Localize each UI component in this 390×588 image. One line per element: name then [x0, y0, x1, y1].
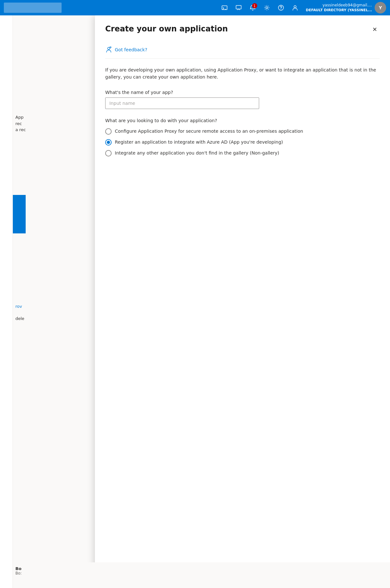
footer-background: Bo Bo: — [13, 562, 390, 588]
sidebar — [0, 15, 13, 588]
feedback-person-icon — [105, 46, 112, 53]
notifications-icon[interactable]: 1 — [247, 2, 259, 13]
radio-label-register: Register an application to integrate wit… — [115, 139, 283, 146]
bg-dele-text: dele — [13, 314, 27, 323]
feedback-section: Got feedback? — [105, 41, 380, 59]
user-email: yassineldeeb94@gmail.... — [306, 3, 372, 8]
bg-app-rec-text: App rec a rec — [13, 112, 29, 136]
action-question: What are you looking to do with your app… — [105, 118, 380, 123]
settings-icon[interactable] — [261, 2, 273, 13]
app-name-input[interactable] — [105, 97, 259, 109]
help-icon[interactable] — [275, 2, 287, 13]
panel-title: Create your own application — [105, 24, 228, 33]
radio-label-proxy: Configure Application Proxy for secure r… — [115, 128, 303, 135]
radio-circle-register — [105, 139, 112, 146]
svg-point-4 — [281, 9, 281, 10]
svg-point-2 — [266, 7, 268, 9]
notification-count: 1 — [252, 3, 257, 8]
terminal-icon[interactable] — [219, 2, 230, 13]
radio-item-proxy[interactable]: Configure Application Proxy for secure r… — [105, 128, 380, 135]
nav-icons: 1 yassineldeeb94@gmail.... DEFAU — [219, 2, 386, 13]
user-account[interactable]: yassineldeeb94@gmail.... DEFAULT DIRECTO… — [306, 2, 386, 13]
panel-content: Got feedback? If you are developing your… — [95, 41, 390, 567]
svg-rect-0 — [222, 6, 227, 10]
bg-blue-accent — [13, 195, 26, 233]
panel-description: If you are developing your own applicati… — [105, 66, 380, 81]
radio-item-register[interactable]: Register an application to integrate wit… — [105, 139, 380, 146]
radio-circle-integrate — [105, 150, 112, 156]
radio-circle-proxy — [105, 128, 112, 135]
feedback-portal-icon[interactable] — [233, 2, 244, 13]
user-directory-label: DEFAULT DIRECTORY (YASSINEL... — [306, 8, 372, 13]
top-nav-bar: 1 yassineldeeb94@gmail.... DEFAU — [0, 0, 390, 15]
background-content: App rec a rec rov dele Create your own a… — [13, 15, 390, 588]
create-app-panel: Create your own application ✕ — [95, 15, 390, 588]
azure-logo — [4, 3, 62, 13]
radio-item-integrate[interactable]: Integrate any other application you don'… — [105, 150, 380, 156]
svg-rect-1 — [236, 5, 241, 9]
name-label: What's the name of your app? — [105, 90, 380, 95]
close-icon: ✕ — [372, 26, 377, 33]
user-info: yassineldeeb94@gmail.... DEFAULT DIRECTO… — [306, 3, 372, 13]
main-layout: App rec a rec rov dele Create your own a… — [0, 15, 390, 588]
footer-bg-sub: Bo: — [15, 571, 387, 575]
feedback-link[interactable]: Got feedback? — [115, 47, 147, 52]
bg-prov-text: rov — [13, 301, 25, 312]
svg-point-5 — [294, 6, 296, 8]
action-radio-group: Configure Application Proxy for secure r… — [105, 128, 380, 156]
footer-bg-label: Bo — [15, 566, 387, 571]
radio-label-integrate: Integrate any other application you don'… — [115, 150, 279, 156]
directory-user-icon[interactable] — [289, 2, 301, 13]
user-avatar[interactable]: Y — [375, 2, 386, 13]
panel-header: Create your own application ✕ — [95, 15, 390, 41]
close-button[interactable]: ✕ — [369, 24, 380, 35]
